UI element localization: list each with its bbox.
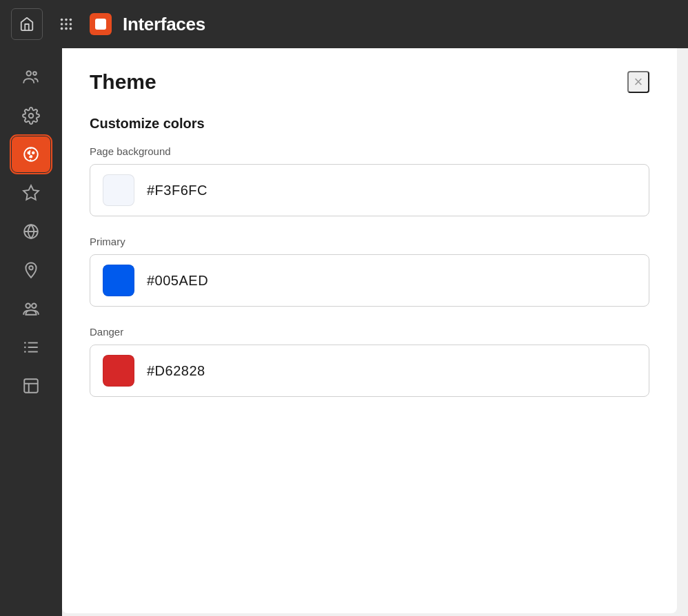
danger-row[interactable]: #D62828 [90, 345, 649, 397]
modal-close-button[interactable]: × [627, 71, 649, 93]
sidebar-item-list[interactable] [12, 329, 50, 365]
svg-point-0 [61, 19, 63, 21]
svg-point-25 [24, 342, 26, 344]
brand-logo [90, 13, 112, 35]
svg-rect-28 [24, 379, 38, 393]
location-icon [22, 261, 40, 279]
layout-icon [22, 377, 40, 395]
sidebar [0, 48, 62, 616]
content-area: Theme × Customize colors Page background… [62, 48, 688, 616]
svg-point-26 [24, 347, 26, 349]
primary-swatch [103, 265, 134, 296]
sidebar-item-theme[interactable] [12, 136, 50, 172]
svg-point-9 [27, 71, 32, 76]
sidebar-item-settings[interactable] [12, 98, 50, 134]
sidebar-item-location[interactable] [12, 252, 50, 288]
team-icon [22, 300, 40, 318]
danger-swatch [103, 355, 134, 387]
sidebar-item-users[interactable] [12, 59, 50, 95]
svg-point-1 [65, 19, 68, 21]
svg-point-5 [70, 23, 72, 25]
home-button[interactable] [11, 8, 43, 40]
users-icon [22, 68, 40, 86]
sidebar-item-team[interactable] [12, 291, 50, 327]
svg-point-19 [29, 266, 32, 269]
danger-label: Danger [90, 326, 649, 338]
primary-hex: #005AED [147, 273, 208, 289]
primary-row[interactable]: #005AED [90, 254, 649, 307]
sidebar-item-favorites[interactable] [12, 175, 50, 211]
sidebar-item-layout[interactable] [12, 368, 50, 404]
theme-modal: Theme × Customize colors Page background… [62, 48, 677, 613]
list-icon [22, 338, 40, 356]
svg-point-20 [26, 303, 30, 308]
main-layout: Theme × Customize colors Page background… [0, 48, 688, 616]
sidebar-item-globe[interactable] [12, 214, 50, 249]
topbar: Interfaces [0, 0, 688, 48]
page-background-swatch [103, 174, 134, 206]
svg-point-21 [32, 303, 37, 308]
svg-point-14 [32, 152, 34, 154]
apps-grid-button[interactable] [54, 12, 79, 37]
page-background-hex: #F3F6FC [147, 183, 208, 198]
page-background-label: Page background [90, 145, 649, 157]
settings-icon [22, 107, 40, 125]
danger-hex: #D62828 [147, 363, 205, 379]
modal-title: Theme [90, 70, 156, 94]
page-background-row[interactable]: #F3F6FC [90, 164, 649, 216]
globe-icon [22, 223, 40, 240]
modal-header: Theme × [90, 70, 649, 94]
app-title: Interfaces [123, 14, 205, 35]
svg-point-6 [61, 28, 63, 30]
section-title: Customize colors [90, 116, 649, 132]
svg-point-3 [61, 23, 63, 25]
svg-point-4 [65, 23, 68, 25]
svg-point-12 [24, 147, 38, 161]
palette-icon [22, 145, 40, 163]
svg-marker-16 [23, 185, 39, 200]
svg-point-8 [70, 28, 72, 30]
star-icon [22, 184, 40, 202]
svg-point-2 [70, 19, 72, 21]
svg-point-10 [33, 72, 37, 75]
svg-point-7 [65, 28, 68, 30]
primary-label: Primary [90, 236, 649, 247]
svg-point-27 [24, 351, 26, 353]
svg-point-11 [29, 114, 34, 119]
